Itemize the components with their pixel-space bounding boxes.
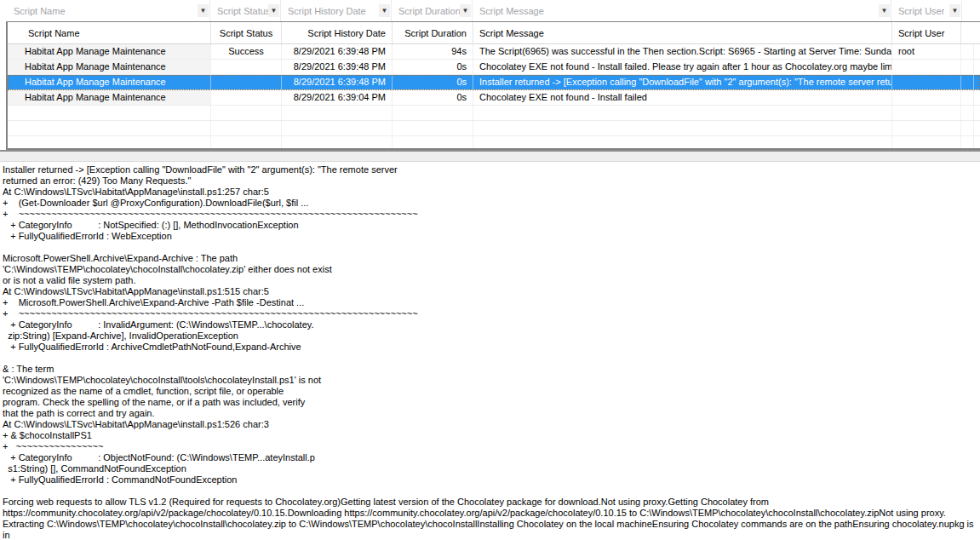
cell-script-user[interactable] <box>892 60 961 74</box>
table-row[interactable]: Habitat App Manage Maintenance Success 8… <box>8 44 980 60</box>
chevron-down-icon[interactable]: ▼ <box>268 4 279 17</box>
filter-script-user[interactable]: Script User ▼ <box>891 0 962 21</box>
column-header-script-user[interactable]: Script User <box>892 22 961 43</box>
cell-script-status[interactable] <box>211 60 282 74</box>
column-filter-bar: Script Name ▼ Script Status ▼ Script His… <box>0 0 980 21</box>
cell-script-status[interactable]: Success <box>211 44 282 59</box>
table-row-empty <box>8 121 980 136</box>
table-row[interactable]: Habitat App Manage Maintenance 8/29/2021… <box>8 60 980 75</box>
column-header-script-history-date[interactable]: Script History Date <box>282 22 393 43</box>
cell-script-user[interactable]: root <box>892 44 961 59</box>
filter-label: Script Duration <box>398 6 460 16</box>
filter-script-history-date[interactable]: Script History Date ▼ <box>281 0 392 21</box>
cell-script-name[interactable]: Habitat App Manage Maintenance <box>8 75 211 89</box>
cell-script-message[interactable]: Installer returned -> [Exception calling… <box>473 75 892 89</box>
table-row-selected[interactable]: Habitat App Manage Maintenance 8/29/2021… <box>8 75 980 90</box>
chevron-down-icon[interactable]: ▼ <box>949 4 960 17</box>
grid-detail-splitter[interactable] <box>0 150 980 162</box>
cell-script-duration[interactable]: 0s <box>393 60 473 74</box>
cell-script-duration[interactable]: 94s <box>393 44 473 59</box>
cell-script-name[interactable]: Habitat App Manage Maintenance <box>8 60 211 74</box>
cell-script-name[interactable]: Habitat App Manage Maintenance <box>8 44 211 59</box>
cell-script-message[interactable]: The Script(6965) was successful in the T… <box>473 44 892 59</box>
chevron-down-icon[interactable]: ▼ <box>379 4 390 17</box>
filter-label: Script Status <box>217 6 268 16</box>
cell-history-date[interactable]: 8/29/2021 6:39:04 PM <box>282 90 393 105</box>
column-header-filler <box>961 22 980 43</box>
cell-script-status[interactable] <box>211 75 282 89</box>
cell-script-duration[interactable]: 0s <box>393 90 473 105</box>
filter-script-duration[interactable]: Script Duration ▼ <box>392 0 473 21</box>
column-header-script-message[interactable]: Script Message <box>473 22 892 43</box>
cell-filler <box>961 75 974 89</box>
table-row-empty <box>8 136 980 150</box>
filter-script-name[interactable]: Script Name ▼ <box>7 0 210 21</box>
cell-script-duration[interactable]: 0s <box>393 75 473 89</box>
chevron-down-icon[interactable]: ▼ <box>460 4 471 17</box>
cell-script-user[interactable] <box>892 75 961 89</box>
filter-label: Script User <box>898 6 944 16</box>
cell-history-date[interactable]: 8/29/2021 6:39:48 PM <box>282 75 393 89</box>
cell-history-date[interactable]: 8/29/2021 6:39:48 PM <box>282 60 393 74</box>
grid-header-row: Script Name Script Status Script History… <box>8 22 980 44</box>
filter-script-status[interactable]: Script Status ▼ <box>210 0 281 21</box>
cell-script-message[interactable]: Chocolatey EXE not found - Install faile… <box>473 90 892 105</box>
cell-filler <box>961 90 974 105</box>
cell-script-message[interactable]: Chocolatey EXE not found - Install faile… <box>473 60 892 74</box>
column-header-script-status[interactable]: Script Status <box>211 22 282 43</box>
script-message-detail-pane[interactable]: Installer returned -> [Exception calling… <box>0 162 980 540</box>
chevron-down-icon[interactable]: ▼ <box>198 4 209 17</box>
filter-bar-spacer <box>0 0 7 21</box>
cell-history-date[interactable]: 8/29/2021 6:39:48 PM <box>282 44 393 59</box>
cell-script-status[interactable] <box>211 90 282 105</box>
cell-script-name[interactable]: Habitat App Manage Maintenance <box>8 90 211 105</box>
chevron-down-icon[interactable]: ▼ <box>879 4 890 17</box>
cell-filler <box>961 60 974 74</box>
filter-script-message[interactable]: Script Message ▼ <box>473 0 891 21</box>
column-header-script-name[interactable]: Script Name <box>8 22 211 43</box>
filter-label: Script Name <box>14 6 66 16</box>
column-header-script-duration[interactable]: Script Duration <box>393 22 473 43</box>
table-row-empty <box>8 106 980 121</box>
table-row[interactable]: Habitat App Manage Maintenance 8/29/2021… <box>8 90 980 106</box>
cell-filler <box>961 44 974 59</box>
cell-script-user[interactable] <box>892 90 961 105</box>
filter-label: Script Message <box>479 6 544 16</box>
filter-label: Script History Date <box>288 6 366 16</box>
script-history-grid: Script Name Script Status Script History… <box>6 21 980 150</box>
